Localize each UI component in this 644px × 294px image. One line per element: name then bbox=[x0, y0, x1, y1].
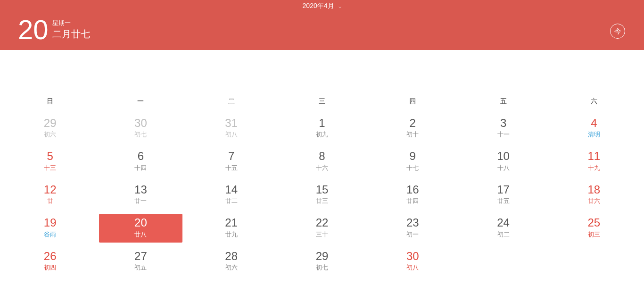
weekday-header-4: 四 bbox=[367, 97, 458, 106]
day-cell[interactable]: 30初八 bbox=[371, 247, 454, 276]
day-number: 7 bbox=[190, 150, 273, 162]
day-lunar-label: 廿八 bbox=[99, 230, 182, 239]
day-cell[interactable]: 12廿 bbox=[8, 181, 91, 209]
day-cell[interactable]: 4清明 bbox=[553, 114, 636, 143]
day-number: 6 bbox=[99, 150, 182, 162]
weekday-label: 星期一 bbox=[52, 19, 90, 27]
day-lunar-label: 初七 bbox=[281, 263, 363, 272]
day-cell[interactable]: 27初五 bbox=[99, 247, 182, 276]
day-cell[interactable]: 17廿五 bbox=[462, 181, 545, 209]
day-lunar-label: 初二 bbox=[462, 230, 545, 239]
day-cell[interactable]: 28初六 bbox=[190, 247, 273, 276]
day-cell[interactable]: 18廿六 bbox=[553, 181, 636, 209]
day-number: 24 bbox=[462, 217, 545, 229]
day-cell[interactable]: 29初七 bbox=[281, 247, 363, 276]
day-number: 22 bbox=[281, 217, 363, 229]
day-number: 18 bbox=[553, 184, 636, 196]
weekday-header-1: 一 bbox=[95, 97, 186, 106]
day-cell[interactable]: 6十四 bbox=[99, 147, 182, 176]
calendar-body: 日一二三四五六 29初六30初七31初八1初九2初十3十一4清明5十三6十四7十… bbox=[0, 50, 644, 285]
day-lunar-label: 十四 bbox=[99, 164, 182, 172]
day-lunar-label: 清明 bbox=[553, 130, 636, 139]
day-cell[interactable]: 31初八 bbox=[190, 114, 273, 143]
day-number: 13 bbox=[99, 184, 182, 196]
day-cell[interactable]: 7十五 bbox=[190, 147, 273, 176]
day-number: 1 bbox=[281, 117, 363, 129]
day-cell[interactable]: 25初三 bbox=[553, 214, 636, 242]
day-cell[interactable]: 23初一 bbox=[371, 214, 454, 242]
day-cell[interactable]: 16廿四 bbox=[371, 181, 454, 209]
day-number: 21 bbox=[190, 217, 273, 229]
days-grid: 29初六30初七31初八1初九2初十3十一4清明5十三6十四7十五8十六9十七1… bbox=[5, 114, 639, 276]
day-number: 16 bbox=[371, 184, 454, 196]
day-cell[interactable]: 9十七 bbox=[371, 147, 454, 176]
day-number: 8 bbox=[281, 150, 363, 162]
day-cell[interactable]: 1初九 bbox=[281, 114, 363, 143]
day-number: 29 bbox=[281, 250, 363, 262]
day-cell[interactable]: 10十八 bbox=[462, 147, 545, 176]
day-lunar-label: 初八 bbox=[371, 263, 454, 272]
day-lunar-label: 十八 bbox=[462, 164, 545, 172]
day-number: 14 bbox=[190, 184, 273, 196]
day-number: 23 bbox=[371, 217, 454, 229]
day-number: 28 bbox=[190, 250, 273, 262]
weekday-header-2: 二 bbox=[186, 97, 277, 106]
day-lunar-label: 初八 bbox=[190, 130, 273, 139]
day-number: 12 bbox=[8, 184, 91, 196]
date-info: 星期一 二月廿七 bbox=[52, 19, 90, 41]
day-number: 25 bbox=[553, 217, 636, 229]
day-cell[interactable]: 11十九 bbox=[553, 147, 636, 176]
day-lunar-label: 初七 bbox=[99, 130, 182, 139]
day-number: 29 bbox=[8, 117, 91, 129]
day-cell[interactable]: 21廿九 bbox=[190, 214, 273, 242]
day-lunar-label: 三十 bbox=[281, 230, 363, 239]
day-cell[interactable]: 19谷雨 bbox=[8, 214, 91, 242]
day-lunar-label: 十三 bbox=[8, 164, 91, 172]
day-lunar-label: 初四 bbox=[8, 263, 91, 272]
day-cell[interactable]: 20廿八 bbox=[99, 214, 182, 242]
day-cell[interactable]: 3十一 bbox=[462, 114, 545, 143]
day-lunar-label: 初三 bbox=[553, 230, 636, 239]
chevron-down-icon: ⌵ bbox=[339, 4, 341, 9]
day-lunar-label: 廿三 bbox=[281, 197, 363, 205]
date-banner: 20 星期一 二月廿七 今 bbox=[0, 12, 644, 50]
calendar-header: 2020年4月 ⌵ 20 星期一 二月廿七 今 bbox=[0, 0, 644, 50]
day-cell[interactable]: 13廿一 bbox=[99, 181, 182, 209]
day-lunar-label: 初十 bbox=[371, 130, 454, 139]
day-cell[interactable]: 29初六 bbox=[8, 114, 91, 143]
day-lunar-label: 十六 bbox=[281, 164, 363, 172]
day-number: 30 bbox=[371, 250, 454, 262]
day-lunar-label: 初六 bbox=[190, 263, 273, 272]
day-cell[interactable]: 30初七 bbox=[99, 114, 182, 143]
day-number: 31 bbox=[190, 117, 273, 129]
day-lunar-label: 廿五 bbox=[462, 197, 545, 205]
day-cell[interactable]: 2初十 bbox=[371, 114, 454, 143]
day-lunar-label: 初一 bbox=[371, 230, 454, 239]
day-number: 9 bbox=[371, 150, 454, 162]
day-cell[interactable]: 24初二 bbox=[462, 214, 545, 242]
day-cell[interactable]: 14廿二 bbox=[190, 181, 273, 209]
day-number: 17 bbox=[462, 184, 545, 196]
day-number: 10 bbox=[462, 150, 545, 162]
day-number: 5 bbox=[8, 150, 91, 162]
day-cell[interactable]: 8十六 bbox=[281, 147, 363, 176]
day-cell[interactable]: 22三十 bbox=[281, 214, 363, 242]
month-selector[interactable]: 2020年4月 ⌵ bbox=[0, 0, 644, 12]
weekday-row: 日一二三四五六 bbox=[5, 97, 639, 106]
day-number: 20 bbox=[99, 217, 182, 229]
day-cell[interactable]: 26初四 bbox=[8, 247, 91, 276]
day-cell[interactable]: 5十三 bbox=[8, 147, 91, 176]
day-lunar-label: 十一 bbox=[462, 130, 545, 139]
day-cell[interactable]: 15廿三 bbox=[281, 181, 363, 209]
today-button[interactable]: 今 bbox=[610, 24, 625, 39]
day-number: 19 bbox=[8, 217, 91, 229]
day-lunar-label: 初五 bbox=[99, 263, 182, 272]
day-number: 4 bbox=[553, 117, 636, 129]
lunar-date-label: 二月廿七 bbox=[52, 27, 90, 41]
weekday-header-5: 五 bbox=[458, 97, 548, 106]
day-number: 27 bbox=[99, 250, 182, 262]
day-lunar-label: 廿六 bbox=[553, 197, 636, 205]
weekday-header-3: 三 bbox=[277, 97, 367, 106]
day-lunar-label: 十五 bbox=[190, 164, 273, 172]
month-label: 2020年4月 bbox=[303, 2, 334, 9]
